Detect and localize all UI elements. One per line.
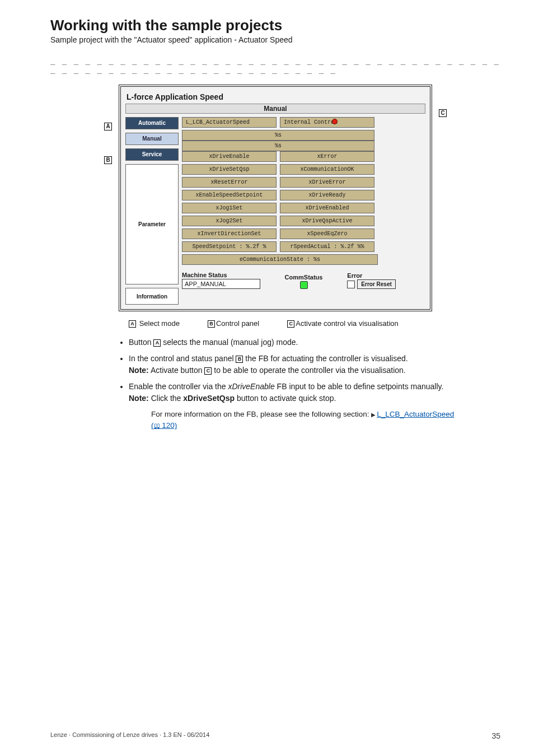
io-xspeedeqzero: xSpeedEqZero	[280, 228, 374, 239]
io-speedsetpoint[interactable]: SpeedSetpoint : %.2f %	[182, 241, 277, 252]
page-heading: Working with the sample projects	[50, 17, 500, 34]
bullet-3: Enable the controller via the xDriveEnab…	[129, 381, 509, 432]
bullet-2: In the control and status panel B the FB…	[129, 353, 509, 376]
app-title: L-force Application Speed	[125, 92, 425, 101]
app-screenshot: A B C L-force Application Speed Manual A…	[119, 85, 432, 311]
tab-service[interactable]: Service	[125, 148, 179, 161]
inline-box-a: A	[153, 339, 161, 347]
io-xreseterror[interactable]: xResetError	[182, 177, 277, 188]
callout-b: B	[104, 156, 112, 164]
callout-a: A	[104, 123, 112, 130]
page-subheading: Sample project with the "Actuator speed"…	[50, 35, 500, 44]
error-reset-button[interactable]: Error Reset	[357, 279, 395, 289]
internal-control-lamp-icon	[332, 119, 338, 124]
book-icon: 🕮	[154, 422, 160, 429]
io-xdriveerror: xDriveError	[280, 177, 374, 188]
internal-control-label: Internal Control	[284, 119, 338, 125]
callout-c: C	[439, 109, 447, 117]
io-xdriveenable[interactable]: xDriveEnable	[182, 151, 277, 162]
legend-c-box: C	[287, 320, 294, 328]
manual-header: Manual	[125, 104, 425, 114]
inline-box-b: B	[236, 356, 243, 363]
section-divider: _ _ _ _ _ _ _ _ _ _ _ _ _ _ _ _ _ _ _ _ …	[50, 55, 500, 73]
placeholder-row-1: %s	[182, 130, 374, 141]
machine-status-value: APP_MANUAL	[182, 279, 260, 289]
io-xenablespeedsetpoint[interactable]: xEnableSpeedSetpoint	[182, 190, 277, 200]
io-xjog2set[interactable]: xJog2Set	[182, 216, 277, 226]
io-xdriveready: xDriveReady	[280, 190, 374, 200]
bullet-1: Button A selects the manual (manual jog)…	[129, 337, 509, 348]
io-xdriveqspactive: xDriveQspActive	[280, 216, 374, 226]
footer-left: Lenze · Commissioning of Lenze drives · …	[50, 731, 209, 740]
link-page-ref[interactable]: (🕮 120)	[151, 421, 177, 430]
io-xdrivesetqsp[interactable]: xDriveSetQsp	[182, 164, 277, 175]
page-number: 35	[491, 731, 500, 740]
io-xjog1set[interactable]: xJog1Set	[182, 203, 277, 213]
commstatus-label: CommStatus	[285, 274, 323, 281]
legend-c: CActivate control via visualisation	[287, 319, 399, 328]
error-label: Error	[347, 272, 425, 279]
inline-box-c: C	[204, 367, 212, 375]
commstatus-lamp-icon	[300, 281, 308, 289]
io-xerror: xError	[280, 151, 374, 162]
legend-b-box: B	[208, 320, 215, 328]
legend-a: A Select mode	[129, 319, 180, 328]
error-indicator	[347, 281, 355, 288]
more-info-note: For more information on the FB, please s…	[151, 409, 509, 432]
tab-manual[interactable]: Manual	[125, 133, 179, 145]
arrow-icon: ▶	[371, 410, 376, 419]
link-actuatorspeed[interactable]: L_LCB_ActuatorSpeed	[377, 410, 454, 418]
information-button[interactable]: Information	[125, 288, 179, 305]
io-xinvertdirectionset[interactable]: xInvertDirectionSet	[182, 228, 277, 239]
io-rspeedactual: rSpeedActual : %.2f %%	[280, 241, 374, 252]
io-xdriveenabled: xDriveEnabled	[280, 203, 374, 213]
legend-a-box: A	[129, 320, 136, 328]
fb-name-box: L_LCB_ActuatorSpeed	[182, 117, 277, 128]
legend-b: BControl panel	[208, 319, 259, 328]
tab-automatic[interactable]: Automatic	[125, 117, 179, 129]
io-ecommunicationstate: eCommunicationState : %s	[182, 254, 378, 265]
placeholder-row-2: %s	[182, 141, 374, 151]
machine-status-label: Machine Status	[182, 272, 260, 278]
paramter-button[interactable]: Parameter	[125, 164, 179, 284]
io-xcommunicationok: xCommunicationOK	[280, 164, 374, 175]
internal-control-button[interactable]: Internal Control	[280, 117, 374, 128]
